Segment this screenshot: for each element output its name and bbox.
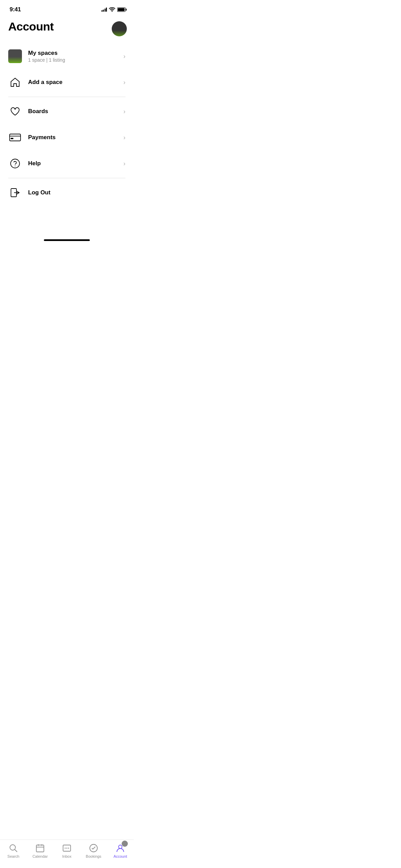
- chevron-right-icon: ›: [123, 160, 125, 167]
- logout-icon: [8, 186, 22, 200]
- battery-icon: [117, 7, 127, 12]
- spaces-thumbnail-icon: [8, 49, 22, 63]
- card-icon: [8, 131, 22, 144]
- menu-section-general: Boards › Payments ›: [0, 98, 134, 177]
- svg-rect-5: [11, 138, 13, 139]
- svg-rect-2: [118, 8, 125, 11]
- wifi-icon: [109, 7, 115, 12]
- status-bar: 9:41: [0, 0, 134, 17]
- section-divider-2: [8, 178, 125, 178]
- chevron-right-icon: ›: [123, 79, 125, 86]
- chevron-right-icon: ›: [123, 108, 125, 115]
- avatar[interactable]: [112, 21, 127, 36]
- chevron-right-icon: ›: [123, 134, 125, 141]
- menu-item-add-space[interactable]: Add a space ›: [8, 69, 125, 95]
- chevron-right-icon: ›: [123, 53, 125, 60]
- home-indicator: [44, 239, 90, 241]
- svg-point-6: [11, 159, 20, 168]
- logout-label: Log Out: [28, 189, 50, 196]
- house-icon: [8, 75, 22, 89]
- menu-item-help[interactable]: Help ›: [8, 150, 125, 177]
- menu-item-logout[interactable]: Log Out: [8, 180, 125, 206]
- signal-icon: [101, 8, 107, 12]
- menu-item-my-spaces[interactable]: My spaces 1 space | 1 listing ›: [8, 43, 125, 69]
- my-spaces-sublabel: 1 space | 1 listing: [28, 57, 65, 63]
- menu-section-logout: Log Out: [0, 180, 134, 206]
- heart-icon: [8, 105, 22, 118]
- section-divider-1: [8, 97, 125, 97]
- add-space-label: Add a space: [28, 79, 62, 86]
- my-spaces-label: My spaces: [28, 50, 65, 57]
- svg-point-7: [15, 166, 15, 166]
- status-time: 9:41: [10, 6, 21, 13]
- menu-item-boards[interactable]: Boards ›: [8, 98, 125, 124]
- svg-rect-1: [126, 9, 127, 11]
- menu-section-spaces: My spaces 1 space | 1 listing › Add a sp…: [0, 43, 134, 95]
- payments-label: Payments: [28, 134, 56, 141]
- status-icons: [101, 7, 127, 12]
- header: Account: [0, 17, 134, 43]
- svg-rect-3: [10, 134, 21, 141]
- menu-item-payments[interactable]: Payments ›: [8, 124, 125, 150]
- help-icon: [8, 157, 22, 170]
- help-label: Help: [28, 160, 41, 167]
- page-title: Account: [8, 20, 54, 33]
- boards-label: Boards: [28, 108, 48, 115]
